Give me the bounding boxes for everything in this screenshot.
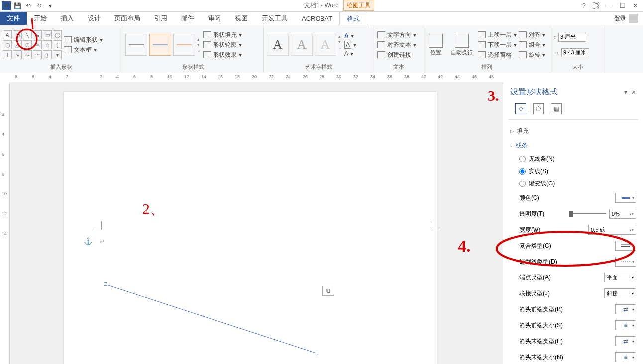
- shape-lbrace-icon[interactable]: {: [53, 40, 62, 49]
- arrow-begin-size-dropdown[interactable]: ≡: [615, 320, 636, 330]
- text-outline-button[interactable]: A▾: [344, 41, 356, 49]
- tab-references[interactable]: 引用: [147, 12, 174, 25]
- style-swatch-1[interactable]: [125, 34, 147, 56]
- tab-acrobat[interactable]: ACROBAT: [295, 12, 339, 25]
- shape-outline-button[interactable]: 形状轮廓 ▾: [203, 41, 242, 49]
- gallery-up-icon[interactable]: ▴: [197, 37, 201, 42]
- rotate-button[interactable]: 旋转▾: [519, 51, 545, 59]
- text-direction-button[interactable]: 文字方向▾: [377, 31, 416, 39]
- arrow-begin-type-dropdown[interactable]: ⇄: [615, 304, 636, 314]
- shape-arrow-line-icon[interactable]: ↘: [33, 30, 42, 39]
- wrap-text-button[interactable]: 自动换行: [448, 33, 476, 57]
- shape-textbox-icon[interactable]: A: [3, 30, 12, 39]
- width-input[interactable]: [561, 48, 589, 57]
- fill-line-tab-icon[interactable]: ◇: [515, 103, 526, 114]
- shape-scribble-icon[interactable]: 〰: [33, 50, 42, 59]
- wordart-3[interactable]: A: [315, 34, 336, 56]
- shape-star-icon[interactable]: ☆: [43, 40, 52, 49]
- color-picker[interactable]: [615, 193, 636, 203]
- shape-hexagon-icon[interactable]: ⬡: [23, 40, 32, 49]
- radio-no-line[interactable]: 无线条(N): [510, 153, 636, 165]
- gallery-more-icon[interactable]: ⌄: [197, 48, 201, 53]
- tab-review[interactable]: 审阅: [201, 12, 228, 25]
- shape-oval-icon[interactable]: ◯: [53, 30, 62, 39]
- wordart-1[interactable]: A: [267, 34, 289, 56]
- help-icon[interactable]: ?: [582, 2, 586, 9]
- gallery-down-icon[interactable]: ▾: [197, 42, 201, 47]
- pane-close-icon[interactable]: ✕: [631, 89, 636, 96]
- tab-design[interactable]: 设计: [81, 12, 107, 25]
- tab-developer[interactable]: 开发工具: [255, 12, 295, 25]
- line-handle-end[interactable]: [315, 352, 318, 355]
- wordart-gallery[interactable]: A A A ▴▾⌄: [267, 34, 342, 56]
- radio-solid-line[interactable]: 实线(S): [510, 165, 636, 178]
- align-button[interactable]: 对齐▾: [519, 31, 545, 39]
- shape-style-gallery[interactable]: ▴▾⌄: [125, 34, 201, 56]
- dash-dropdown[interactable]: [615, 257, 636, 267]
- cap-dropdown[interactable]: 平面▾: [604, 273, 636, 282]
- shape-arrow-icon[interactable]: ⇨: [33, 40, 42, 49]
- text-box-button[interactable]: 文本框 ▾: [64, 46, 103, 54]
- undo-icon[interactable]: ↶: [24, 1, 33, 10]
- shape-freeform-icon[interactable]: ⌇: [3, 50, 12, 59]
- position-button[interactable]: 位置: [426, 33, 446, 57]
- shape-triangle-icon[interactable]: △: [13, 40, 22, 49]
- section-fill[interactable]: ▷填充: [510, 124, 636, 138]
- tab-mailings[interactable]: 邮件: [174, 12, 201, 25]
- tab-layout[interactable]: 页面布局: [107, 12, 147, 25]
- edit-shape-button[interactable]: 编辑形状 ▾: [64, 36, 103, 44]
- text-fill-button[interactable]: A▾: [344, 32, 356, 39]
- ribbon-display-icon[interactable]: ⿴: [593, 2, 599, 9]
- save-icon[interactable]: 💾: [13, 1, 22, 10]
- section-line[interactable]: ▿线条: [510, 138, 636, 153]
- align-text-button[interactable]: 对齐文本▾: [377, 41, 416, 49]
- shape-more-icon[interactable]: ▾: [53, 50, 62, 59]
- create-link-button[interactable]: 创建链接: [377, 51, 416, 59]
- radio-gradient-line[interactable]: 渐变线(G): [510, 178, 636, 190]
- tab-home[interactable]: 开始: [27, 12, 54, 25]
- shape-textbox2-icon[interactable]: ▭: [13, 30, 22, 39]
- shape-line-icon[interactable]: ╲: [23, 30, 32, 39]
- layout-options-button[interactable]: ⧉: [322, 286, 334, 296]
- layout-tab-icon[interactable]: ▦: [551, 103, 562, 114]
- shape-rect-icon[interactable]: ▭: [43, 30, 52, 39]
- send-backward-button[interactable]: 下移一层▾: [478, 41, 517, 49]
- style-swatch-2[interactable]: [149, 34, 171, 56]
- style-swatch-3[interactable]: [173, 34, 195, 56]
- shape-roundrect-icon[interactable]: ▢: [3, 40, 12, 49]
- shape-connector-icon[interactable]: ↝: [23, 50, 32, 59]
- maximize-icon[interactable]: ☐: [620, 2, 626, 9]
- arrow-end-size-dropdown[interactable]: ≡: [615, 352, 636, 362]
- line-handle-start[interactable]: [104, 282, 107, 286]
- arrow-end-type-dropdown[interactable]: ⇄: [615, 336, 636, 346]
- line-shape[interactable]: [105, 283, 319, 356]
- width-input[interactable]: 0.5 磅▴▾: [588, 225, 636, 235]
- minimize-icon[interactable]: —: [606, 2, 613, 9]
- text-effects-button[interactable]: A▾: [344, 50, 356, 57]
- selection-pane-button[interactable]: 选择窗格: [478, 51, 517, 59]
- transparency-input[interactable]: 0%▴▾: [609, 209, 636, 219]
- tab-file[interactable]: 文件: [0, 12, 27, 25]
- document-canvas[interactable]: ⚓ ↵ ⧉: [10, 82, 503, 364]
- wordart-2[interactable]: A: [291, 34, 313, 56]
- pane-dropdown-icon[interactable]: ▾: [624, 89, 627, 96]
- shape-gallery[interactable]: A ▭ ╲ ↘ ▭ ◯ ▢ △ ⬡ ⇨ ☆ { ⌇ ∿ ↝ 〰 } ▾: [3, 30, 62, 59]
- tab-insert[interactable]: 插入: [54, 12, 81, 25]
- tab-format[interactable]: 格式: [339, 12, 367, 25]
- shape-rbrace-icon[interactable]: }: [43, 50, 52, 59]
- join-dropdown[interactable]: 斜接▾: [604, 288, 636, 298]
- shape-effects-button[interactable]: 形状效果 ▾: [203, 51, 242, 59]
- shape-curve-icon[interactable]: ∿: [13, 50, 22, 59]
- bring-forward-button[interactable]: 上移一层▾: [478, 31, 517, 39]
- transparency-slider[interactable]: [569, 213, 606, 214]
- close-icon[interactable]: ✕: [633, 2, 638, 9]
- height-input[interactable]: [558, 33, 586, 42]
- tab-view[interactable]: 视图: [228, 12, 255, 25]
- effects-tab-icon[interactable]: ⬠: [533, 103, 544, 114]
- redo-icon[interactable]: ↻: [35, 1, 44, 10]
- sign-in[interactable]: 登录: [609, 12, 643, 25]
- qat-dropdown-icon[interactable]: ▾: [46, 1, 55, 10]
- compound-dropdown[interactable]: [615, 241, 636, 251]
- group-button[interactable]: 组合▾: [519, 41, 545, 49]
- shape-fill-button[interactable]: 形状填充 ▾: [203, 31, 242, 39]
